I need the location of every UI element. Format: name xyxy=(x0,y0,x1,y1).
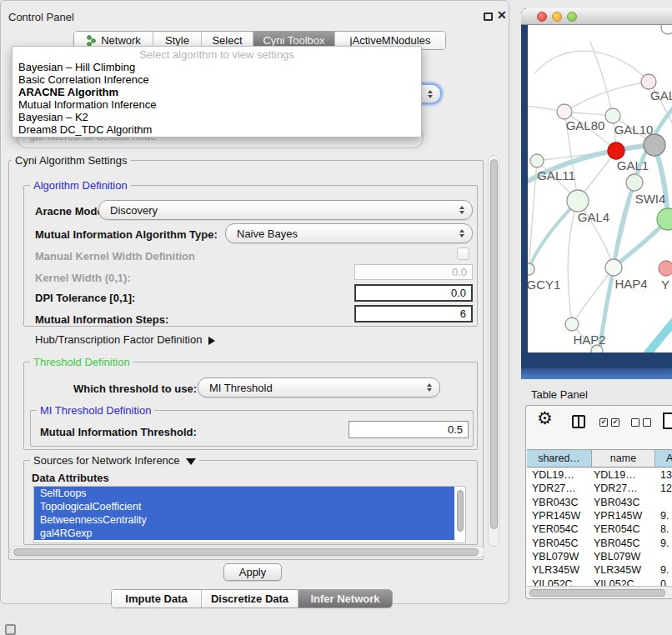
table-row[interactable]: YLR345WYLR345W9. xyxy=(527,563,672,577)
attribute-list-item[interactable]: BetweennessCentrality xyxy=(34,513,454,527)
network-edge[interactable] xyxy=(568,201,578,324)
new-table-icon[interactable] xyxy=(663,412,672,429)
kernel-width-label: Kernel Width (0,1): xyxy=(35,272,131,284)
table-row[interactable]: YPR145WYPR145W9. xyxy=(527,509,672,522)
tab-infer-network[interactable]: Infer Network xyxy=(298,590,392,608)
node-label: Y xyxy=(661,278,669,292)
scrollbar-thumb[interactable] xyxy=(490,159,498,529)
network-canvas[interactable]: GALGAL80GAL10GAL1GAL11SWI4GAL4GCY1HAP4YH… xyxy=(528,25,672,352)
network-node-hap2[interactable] xyxy=(565,318,579,331)
table-row[interactable]: YBR043CYBR043C xyxy=(527,496,672,509)
sources-group-toggle[interactable]: Sources for Network Inference xyxy=(30,454,199,467)
float-window-icon[interactable] xyxy=(484,12,493,21)
spinner-arrows-icon xyxy=(428,90,433,98)
table-row[interactable]: YER054CYER054C8. xyxy=(527,522,672,536)
apply-button[interactable]: Apply xyxy=(223,563,282,581)
table-panel-title: Table Panel xyxy=(531,388,588,401)
table-row[interactable]: YDR27…YDR27…12 xyxy=(527,482,672,495)
close-icon[interactable]: ✕ xyxy=(497,8,507,22)
settings-vertical-scrollbar[interactable] xyxy=(488,155,499,547)
manual-kernel-checkbox[interactable] xyxy=(457,248,469,260)
algorithm-dropdown-popup: Select algorithm to view settings Bayesi… xyxy=(12,46,422,138)
node-label: GAL xyxy=(650,88,672,102)
table-row[interactable]: YIL052CYIL052C0. xyxy=(527,577,672,586)
aracne-mode-select[interactable]: Discovery xyxy=(98,200,473,220)
mi-type-value: Naive Bayes xyxy=(237,228,298,240)
tab-impute-data[interactable]: Impute Data xyxy=(112,590,201,608)
network-graph[interactable]: GALGAL80GAL10GAL1GAL11SWI4GAL4GCY1HAP4YH… xyxy=(528,25,672,352)
aracne-mode-value: Discovery xyxy=(110,204,158,217)
spinner-arrows-icon xyxy=(459,229,464,238)
application-workspace: Control Panel ✕ NetworkStyleSelectCyni T… xyxy=(0,0,672,635)
select-all-checkbox-icon[interactable]: ✔ xyxy=(599,418,608,427)
network-node-gal80[interactable] xyxy=(557,104,572,119)
table-row[interactable]: YDL19…YDL19…13 xyxy=(527,468,672,482)
manual-kernel-label: Manual Kernel Width Definition xyxy=(35,250,195,262)
algorithm-option[interactable]: Bayesian – K2 xyxy=(13,111,421,123)
algorithm-option[interactable]: ARACNE Algorithm xyxy=(13,86,421,98)
node-label: GAL80 xyxy=(566,118,605,132)
network-node-gal1[interactable] xyxy=(608,142,624,159)
node-label: HAP4 xyxy=(614,277,647,291)
attribute-list-item[interactable]: TopologicalCoefficient xyxy=(34,500,454,513)
which-threshold-select[interactable]: MI Threshold xyxy=(198,378,440,398)
table-horizontal-scrollbar[interactable] xyxy=(527,586,672,598)
mi-steps-field[interactable]: 6 xyxy=(354,305,473,322)
gear-icon[interactable]: ⚙ xyxy=(537,409,553,427)
table-row[interactable]: YBR045CYBR045C9. xyxy=(527,536,672,549)
algorithm-option[interactable]: Bayesian – Hill Climbing xyxy=(13,61,421,73)
network-node[interactable] xyxy=(644,134,665,156)
network-edge[interactable] xyxy=(534,51,649,82)
network-node-gal10[interactable] xyxy=(605,108,620,123)
network-node-swi4[interactable] xyxy=(626,174,643,191)
settings-horizontal-scrollbar[interactable] xyxy=(10,546,485,558)
network-view-window: GALGAL80GAL10GAL1GAL11SWI4GAL4GCY1HAP4YH… xyxy=(521,8,672,379)
network-edge[interactable] xyxy=(643,315,672,352)
algorithm-option[interactable]: Basic Correlation Inference xyxy=(13,73,421,86)
corner-widget-icon[interactable] xyxy=(5,624,16,635)
collapse-down-icon xyxy=(186,458,196,465)
network-window-titlebar[interactable] xyxy=(521,8,672,25)
algorithm-option[interactable]: Mutual Information Inference xyxy=(13,98,421,111)
network-node[interactable] xyxy=(661,25,672,34)
network-node-gcy1[interactable] xyxy=(528,263,534,275)
network-node-hap4[interactable] xyxy=(605,259,622,276)
scrollbar-thumb[interactable] xyxy=(529,589,665,597)
network-edge[interactable] xyxy=(564,82,649,112)
dpi-tolerance-field[interactable]: 0.0 xyxy=(354,284,473,302)
network-node-gal11[interactable] xyxy=(530,154,544,168)
network-node-gal4[interactable] xyxy=(567,190,589,212)
zoom-traffic-light[interactable] xyxy=(567,12,577,22)
node-label: GAL4 xyxy=(578,210,609,224)
table-panel: ⚙ ✔ ✔ shared… name A YDL19…YDL19…13YDR27… xyxy=(525,405,672,599)
minimize-traffic-light[interactable] xyxy=(552,12,562,22)
deselect-all-checkbox-icon[interactable] xyxy=(631,418,639,427)
algorithm-option[interactable]: Dream8 DC_TDC Algorithm xyxy=(13,123,421,136)
attribute-list-item[interactable]: gal4RGexp xyxy=(34,527,454,540)
network-node-gal[interactable] xyxy=(641,74,656,89)
select-all-checkbox-icon-2[interactable]: ✔ xyxy=(611,418,619,427)
kernel-width-field[interactable]: 0.0 xyxy=(354,264,473,280)
node-label: GAL10 xyxy=(614,122,654,137)
network-node[interactable] xyxy=(591,345,603,352)
which-threshold-label: Which threshold to use: xyxy=(73,382,197,395)
show-columns-icon[interactable] xyxy=(572,415,585,428)
deselect-all-checkbox-icon-2[interactable] xyxy=(643,418,651,427)
node-label: SWI4 xyxy=(635,192,666,206)
network-window-bottom-frame xyxy=(521,368,672,379)
scrollbar-thumb[interactable] xyxy=(13,548,479,556)
column-header-partial[interactable]: A xyxy=(655,450,672,467)
list-scrollbar-thumb[interactable] xyxy=(457,490,464,532)
column-header-shared[interactable]: shared… xyxy=(527,450,592,467)
network-node-y[interactable] xyxy=(659,261,672,276)
tab-discretize-data[interactable]: Discretize Data xyxy=(201,590,298,608)
hub-definition-toggle[interactable]: Hub/Transcription Factor Definition xyxy=(35,333,215,346)
column-header-name[interactable]: name xyxy=(592,450,655,467)
mi-threshold-field[interactable]: 0.5 xyxy=(349,421,469,438)
data-attributes-list[interactable]: SelfLoopsTopologicalCoefficientBetweenne… xyxy=(33,486,466,543)
table-row[interactable]: YBL079WYBL079W xyxy=(527,550,672,563)
attribute-list-item[interactable]: SelfLoops xyxy=(34,487,454,500)
mi-algorithm-type-select[interactable]: Naive Bayes xyxy=(225,223,473,243)
algorithm-definition-title: Algorithm Definition xyxy=(30,179,131,192)
close-traffic-light[interactable] xyxy=(537,12,547,22)
